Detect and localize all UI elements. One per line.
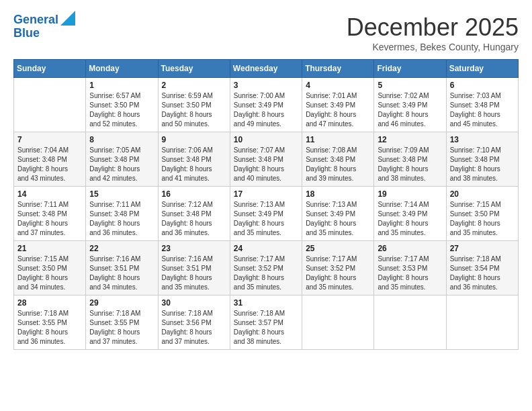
day-info: Sunrise: 7:04 AM Sunset: 3:48 PM Dayligh…: [17, 146, 82, 183]
day-number: 25: [306, 244, 370, 253]
day-number: 9: [162, 135, 226, 144]
day-cell: 6Sunrise: 7:03 AM Sunset: 3:48 PM Daylig…: [446, 78, 518, 132]
day-number: 17: [234, 189, 298, 199]
calendar-table: SundayMondayTuesdayWednesdayThursdayFrid…: [13, 59, 519, 350]
day-info: Sunrise: 7:03 AM Sunset: 3:48 PM Dayligh…: [450, 91, 515, 129]
day-info: Sunrise: 7:17 AM Sunset: 3:53 PM Dayligh…: [378, 255, 442, 292]
day-number: 12: [378, 135, 442, 144]
day-cell: 15Sunrise: 7:11 AM Sunset: 3:48 PM Dayli…: [86, 187, 158, 241]
week-row-3: 14Sunrise: 7:11 AM Sunset: 3:48 PM Dayli…: [14, 187, 519, 241]
day-cell: 4Sunrise: 7:01 AM Sunset: 3:49 PM Daylig…: [302, 78, 374, 132]
day-header-monday: Monday: [86, 60, 158, 78]
day-number: 5: [378, 81, 442, 90]
day-number: 1: [89, 81, 154, 90]
day-info: Sunrise: 7:11 AM Sunset: 3:48 PM Dayligh…: [17, 200, 82, 238]
day-number: 21: [17, 244, 82, 253]
day-number: 23: [162, 244, 226, 253]
day-cell: 30Sunrise: 7:18 AM Sunset: 3:56 PM Dayli…: [158, 295, 230, 350]
month-title: December 2025: [347, 13, 519, 42]
day-info: Sunrise: 7:18 AM Sunset: 3:57 PM Dayligh…: [234, 309, 298, 347]
day-info: Sunrise: 7:06 AM Sunset: 3:48 PM Dayligh…: [162, 146, 226, 183]
day-info: Sunrise: 7:09 AM Sunset: 3:48 PM Dayligh…: [378, 146, 442, 183]
day-info: Sunrise: 7:11 AM Sunset: 3:48 PM Dayligh…: [89, 200, 154, 238]
day-info: Sunrise: 7:18 AM Sunset: 3:55 PM Dayligh…: [17, 309, 82, 347]
day-info: Sunrise: 6:59 AM Sunset: 3:50 PM Dayligh…: [162, 91, 226, 129]
day-info: Sunrise: 7:18 AM Sunset: 3:54 PM Dayligh…: [450, 255, 515, 292]
day-cell: 3Sunrise: 7:00 AM Sunset: 3:49 PM Daylig…: [230, 78, 302, 132]
day-info: Sunrise: 7:18 AM Sunset: 3:55 PM Dayligh…: [89, 309, 154, 347]
day-number: 6: [450, 81, 515, 90]
day-info: Sunrise: 7:08 AM Sunset: 3:48 PM Dayligh…: [306, 146, 370, 183]
day-number: 14: [17, 189, 82, 199]
week-row-5: 28Sunrise: 7:18 AM Sunset: 3:55 PM Dayli…: [14, 295, 519, 350]
day-cell: 11Sunrise: 7:08 AM Sunset: 3:48 PM Dayli…: [302, 132, 374, 187]
day-cell: 20Sunrise: 7:15 AM Sunset: 3:50 PM Dayli…: [446, 187, 518, 241]
page-header: General Blue December 2025 Kevermes, Bek…: [13, 13, 519, 52]
day-number: 4: [306, 81, 370, 90]
day-header-friday: Friday: [374, 60, 446, 78]
day-cell: [446, 295, 518, 350]
day-cell: 18Sunrise: 7:13 AM Sunset: 3:49 PM Dayli…: [302, 187, 374, 241]
day-cell: 22Sunrise: 7:16 AM Sunset: 3:51 PM Dayli…: [86, 241, 158, 295]
day-info: Sunrise: 7:10 AM Sunset: 3:48 PM Dayligh…: [450, 146, 515, 183]
day-number: 20: [450, 189, 515, 199]
day-header-saturday: Saturday: [446, 60, 518, 78]
day-cell: 16Sunrise: 7:12 AM Sunset: 3:48 PM Dayli…: [158, 187, 230, 241]
day-cell: 25Sunrise: 7:17 AM Sunset: 3:52 PM Dayli…: [302, 241, 374, 295]
day-info: Sunrise: 7:12 AM Sunset: 3:48 PM Dayligh…: [162, 200, 226, 238]
day-info: Sunrise: 7:15 AM Sunset: 3:50 PM Dayligh…: [17, 255, 82, 292]
day-cell: 14Sunrise: 7:11 AM Sunset: 3:48 PM Dayli…: [14, 187, 86, 241]
days-header-row: SundayMondayTuesdayWednesdayThursdayFrid…: [14, 60, 519, 78]
title-block: December 2025 Kevermes, Bekes County, Hu…: [347, 13, 519, 52]
week-row-2: 7Sunrise: 7:04 AM Sunset: 3:48 PM Daylig…: [14, 132, 519, 187]
day-number: 19: [378, 189, 442, 199]
day-number: 10: [234, 135, 298, 144]
day-info: Sunrise: 7:16 AM Sunset: 3:51 PM Dayligh…: [162, 255, 226, 292]
day-cell: 31Sunrise: 7:18 AM Sunset: 3:57 PM Dayli…: [230, 295, 302, 350]
day-cell: 7Sunrise: 7:04 AM Sunset: 3:48 PM Daylig…: [14, 132, 86, 187]
day-number: 16: [162, 189, 226, 199]
day-info: Sunrise: 7:13 AM Sunset: 3:49 PM Dayligh…: [306, 200, 370, 238]
day-number: 15: [89, 189, 154, 199]
day-info: Sunrise: 7:15 AM Sunset: 3:50 PM Dayligh…: [450, 200, 515, 238]
day-info: Sunrise: 7:18 AM Sunset: 3:56 PM Dayligh…: [162, 309, 226, 347]
day-cell: [374, 295, 446, 350]
logo: General Blue: [13, 13, 75, 40]
day-info: Sunrise: 7:14 AM Sunset: 3:49 PM Dayligh…: [378, 200, 442, 238]
day-header-tuesday: Tuesday: [158, 60, 230, 78]
day-number: 30: [162, 298, 226, 308]
day-number: 28: [17, 298, 82, 308]
logo-text-line2: Blue: [13, 27, 40, 40]
day-number: 26: [378, 244, 442, 253]
day-info: Sunrise: 7:17 AM Sunset: 3:52 PM Dayligh…: [306, 255, 370, 292]
day-cell: [14, 78, 86, 132]
day-number: 3: [234, 81, 298, 90]
day-info: Sunrise: 7:17 AM Sunset: 3:52 PM Dayligh…: [234, 255, 298, 292]
day-number: 11: [306, 135, 370, 144]
day-number: 8: [89, 135, 154, 144]
day-number: 31: [234, 298, 298, 308]
day-header-sunday: Sunday: [14, 60, 86, 78]
day-cell: 12Sunrise: 7:09 AM Sunset: 3:48 PM Dayli…: [374, 132, 446, 187]
day-info: Sunrise: 7:13 AM Sunset: 3:49 PM Dayligh…: [234, 200, 298, 238]
day-cell: [302, 295, 374, 350]
day-number: 18: [306, 189, 370, 199]
location-text: Kevermes, Bekes County, Hungary: [347, 42, 519, 52]
day-number: 24: [234, 244, 298, 253]
day-cell: 26Sunrise: 7:17 AM Sunset: 3:53 PM Dayli…: [374, 241, 446, 295]
day-cell: 1Sunrise: 6:57 AM Sunset: 3:50 PM Daylig…: [86, 78, 158, 132]
day-cell: 17Sunrise: 7:13 AM Sunset: 3:49 PM Dayli…: [230, 187, 302, 241]
day-number: 2: [162, 81, 226, 90]
day-header-thursday: Thursday: [302, 60, 374, 78]
day-number: 13: [450, 135, 515, 144]
day-cell: 28Sunrise: 7:18 AM Sunset: 3:55 PM Dayli…: [14, 295, 86, 350]
day-cell: 9Sunrise: 7:06 AM Sunset: 3:48 PM Daylig…: [158, 132, 230, 187]
day-cell: 10Sunrise: 7:07 AM Sunset: 3:48 PM Dayli…: [230, 132, 302, 187]
day-number: 27: [450, 244, 515, 253]
day-cell: 23Sunrise: 7:16 AM Sunset: 3:51 PM Dayli…: [158, 241, 230, 295]
week-row-1: 1Sunrise: 6:57 AM Sunset: 3:50 PM Daylig…: [14, 78, 519, 132]
day-number: 22: [89, 244, 154, 253]
day-info: Sunrise: 7:01 AM Sunset: 3:49 PM Dayligh…: [306, 91, 370, 129]
logo-icon: [60, 11, 75, 26]
day-cell: 8Sunrise: 7:05 AM Sunset: 3:48 PM Daylig…: [86, 132, 158, 187]
